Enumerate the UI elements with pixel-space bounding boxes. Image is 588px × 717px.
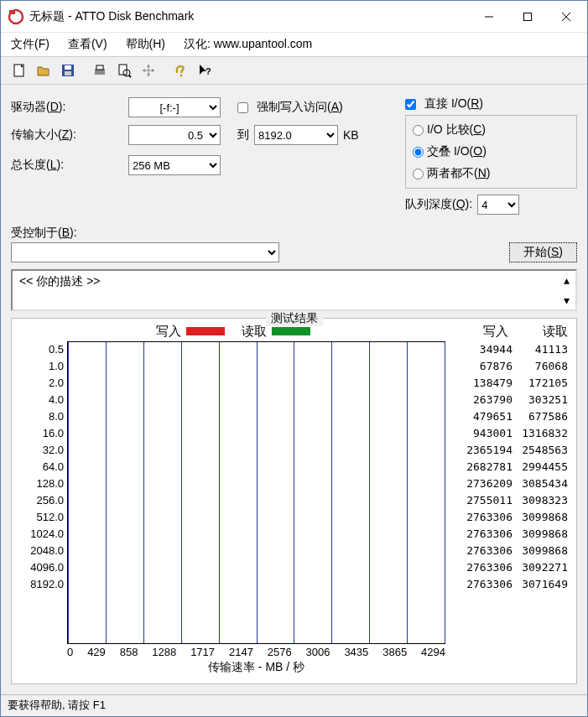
svg-rect-11 <box>96 65 103 70</box>
description-text: << 你的描述 >> <box>19 274 100 288</box>
chart-plot-area <box>67 341 445 644</box>
table-row: 26827812994455 <box>457 459 568 475</box>
kb-label: KB <box>343 128 359 142</box>
status-text: 要获得帮助, 请按 F1 <box>8 699 106 711</box>
new-button[interactable] <box>8 59 31 82</box>
open-button[interactable] <box>32 59 55 82</box>
description-textbox[interactable]: << 你的描述 >> ▴ ▾ <box>11 269 577 311</box>
col-read-header: 读取 <box>517 324 568 340</box>
neither-radio[interactable] <box>413 169 424 179</box>
y-axis-labels: 0.51.02.04.08.016.032.064.0128.0256.0512… <box>20 341 67 675</box>
x-axis-labels: 042985812881717214725763006343538654294 <box>67 644 445 660</box>
window-title: 无标题 - ATTO Disk Benchmark <box>29 9 470 24</box>
table-row: 27633063092271 <box>457 559 568 576</box>
force-write-checkbox[interactable] <box>237 102 248 113</box>
toolbar: ? <box>1 56 587 85</box>
content-area: 驱动器(D): [-f:-] 传输大小(Z): 0.5 总长度(L): 256 … <box>1 85 587 694</box>
controlled-label: 受控制于(B): <box>11 226 77 239</box>
save-button[interactable] <box>56 59 80 82</box>
table-row: 263790303251 <box>457 392 568 408</box>
controlled-select[interactable] <box>11 242 279 262</box>
transfer-label: 传输大小(Z): <box>11 127 76 143</box>
context-help-button[interactable]: ? <box>193 59 216 82</box>
menu-credit: 汉化: www.upantool.com <box>184 37 312 52</box>
svg-rect-9 <box>65 71 71 75</box>
close-button[interactable] <box>547 4 585 29</box>
print-button[interactable] <box>88 59 112 82</box>
print-preview-button[interactable] <box>112 59 136 82</box>
overlapped-io-radio[interactable] <box>413 147 424 158</box>
table-row: 27633063099868 <box>457 543 568 559</box>
menu-file[interactable]: 文件(F) <box>11 37 49 52</box>
menu-view[interactable]: 查看(V) <box>68 37 107 52</box>
neither-label: 两者都不(N) <box>427 166 490 181</box>
direct-io-label: 直接 I/O(R) <box>424 96 483 112</box>
table-row: 23651942548563 <box>457 442 568 459</box>
data-table: 写入读取 34944411136787676068138479172105263… <box>454 319 576 683</box>
queue-select[interactable]: 4 <box>477 195 519 215</box>
chart-title: 测试结果 <box>266 311 323 326</box>
force-write-label: 强制写入访问(A) <box>257 100 343 115</box>
svg-rect-3 <box>524 13 532 20</box>
start-button[interactable]: 开始(S) <box>509 242 577 262</box>
to-label: 到 <box>237 127 249 143</box>
transfer-to-select[interactable]: 8192.0 <box>254 125 338 145</box>
results-chart: 测试结果 写入 读取 0.51.02.04.08.016.032.064.012… <box>11 318 577 684</box>
move-button[interactable] <box>137 59 160 82</box>
length-select[interactable]: 256 MB <box>128 155 221 175</box>
table-row: 479651677586 <box>457 408 568 425</box>
maximize-button[interactable] <box>508 4 547 29</box>
chart-legend: 写入 读取 <box>12 319 454 341</box>
table-row: 27633063099868 <box>457 526 568 543</box>
queue-label: 队列深度(Q): <box>405 197 472 212</box>
length-label: 总长度(L): <box>11 158 64 173</box>
app-icon <box>8 8 24 25</box>
transfer-from-select[interactable]: 0.5 <box>128 125 221 145</box>
drive-select[interactable]: [-f:-] <box>128 97 221 117</box>
overlapped-io-label: 交叠 I/O(O) <box>427 144 487 159</box>
menubar: 文件(F) 查看(V) 帮助(H) 汉化: www.upantool.com <box>1 33 587 56</box>
titlebar: 无标题 - ATTO Disk Benchmark <box>1 1 587 33</box>
legend-write: 写入 <box>156 324 225 340</box>
svg-rect-8 <box>65 65 71 70</box>
io-compare-radio[interactable] <box>413 125 424 136</box>
svg-text:?: ? <box>206 66 211 76</box>
table-row: 27550113098323 <box>457 492 568 509</box>
about-button[interactable] <box>169 59 192 82</box>
minimize-button[interactable] <box>470 4 508 29</box>
disk-benchmark-window: 无标题 - ATTO Disk Benchmark 文件(F) 查看(V) 帮助… <box>0 0 588 717</box>
table-row: 27362093085434 <box>457 475 568 492</box>
scroll-up-icon[interactable]: ▴ <box>559 273 574 288</box>
statusbar: 要获得帮助, 请按 F1 <box>1 694 587 716</box>
col-write-header: 写入 <box>457 324 517 340</box>
table-row: 6787676068 <box>457 358 568 375</box>
table-row: 27633063099868 <box>457 509 568 526</box>
io-compare-label: I/O 比较(C) <box>427 122 486 138</box>
menu-help[interactable]: 帮助(H) <box>126 37 165 52</box>
direct-io-checkbox[interactable] <box>405 99 416 110</box>
scroll-down-icon[interactable]: ▾ <box>559 293 574 308</box>
drive-label: 驱动器(D): <box>11 100 65 115</box>
svg-point-15 <box>180 75 183 77</box>
table-row: 9430011316832 <box>457 425 568 442</box>
x-axis-title: 传输速率 - MB / 秒 <box>67 660 445 675</box>
svg-rect-1 <box>9 10 15 14</box>
table-row: 138479172105 <box>457 375 568 392</box>
svg-line-14 <box>129 75 131 77</box>
io-mode-fieldset: I/O 比较(C) 交叠 I/O(O) 两者都不(N) <box>405 115 577 189</box>
table-row: 27633063071649 <box>457 576 568 593</box>
table-row: 3494441113 <box>457 341 568 358</box>
